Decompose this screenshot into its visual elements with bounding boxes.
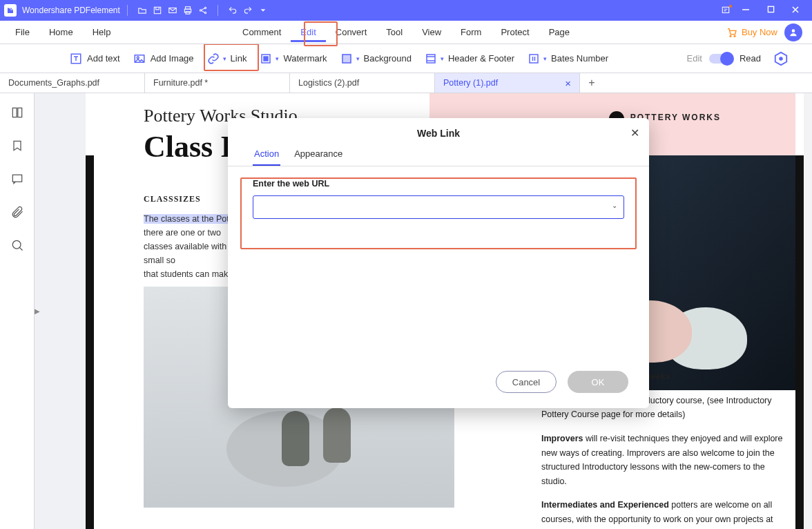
tool-add-image[interactable]: Add Image bbox=[133, 52, 194, 66]
buy-now-label: Buy Now bbox=[742, 27, 777, 37]
buy-now-link[interactable]: Buy Now bbox=[726, 27, 777, 38]
titlebar: Wondershare PDFelement bbox=[0, 0, 812, 21]
url-field-label: Enter the web URL bbox=[253, 179, 624, 189]
dialog-tab-action[interactable]: Action bbox=[253, 144, 280, 166]
toggle-switch[interactable] bbox=[709, 54, 733, 64]
link-icon bbox=[206, 52, 220, 66]
app-logo bbox=[4, 4, 17, 17]
search-icon[interactable] bbox=[10, 238, 24, 255]
tool-watermark[interactable]: ▾ Watermark bbox=[259, 52, 327, 66]
background-icon bbox=[340, 52, 354, 66]
watermark-icon bbox=[259, 52, 273, 66]
dialog-tab-appearance[interactable]: Appearance bbox=[293, 144, 344, 166]
svg-point-29 bbox=[12, 240, 21, 249]
save-icon[interactable] bbox=[150, 6, 165, 15]
svg-rect-27 bbox=[17, 108, 21, 117]
tool-background[interactable]: ▾ Background bbox=[340, 52, 412, 66]
menu-comment[interactable]: Comment bbox=[233, 23, 291, 41]
open-folder-icon[interactable] bbox=[135, 6, 150, 15]
mode-edit-label: Edit bbox=[687, 53, 702, 64]
svg-point-6 bbox=[204, 7, 206, 8]
new-tab-button[interactable]: + bbox=[580, 73, 603, 93]
bookmark-icon[interactable] bbox=[10, 139, 24, 155]
quick-tools-dropdown-icon[interactable] bbox=[255, 6, 271, 15]
svg-rect-20 bbox=[427, 55, 435, 63]
menu-edit[interactable]: Edit bbox=[291, 23, 325, 42]
svg-rect-17 bbox=[264, 57, 268, 61]
undo-icon[interactable] bbox=[225, 6, 240, 15]
share-icon[interactable] bbox=[195, 6, 211, 15]
svg-rect-8 bbox=[722, 7, 728, 12]
dialog-layer: Web Link ✕ Action Appearance Enter the w… bbox=[35, 93, 812, 529]
chevron-down-icon[interactable]: ▾ bbox=[356, 55, 360, 62]
maximize-button[interactable] bbox=[758, 6, 783, 15]
menu-home[interactable]: Home bbox=[39, 23, 83, 41]
svg-rect-19 bbox=[342, 55, 351, 63]
mail-icon[interactable] bbox=[165, 6, 180, 15]
dialog-close-icon[interactable]: ✕ bbox=[630, 126, 639, 140]
document-tabs: Documents_Graphs.pdf Furniture.pdf * Log… bbox=[0, 73, 812, 93]
svg-rect-23 bbox=[530, 55, 538, 63]
svg-point-10 bbox=[730, 35, 731, 37]
menu-convert[interactable]: Convert bbox=[326, 23, 377, 41]
edit-read-toggle[interactable]: Edit Read bbox=[687, 53, 761, 64]
text-icon bbox=[69, 52, 83, 66]
svg-point-5 bbox=[200, 10, 201, 11]
chevron-down-icon[interactable]: ▾ bbox=[441, 55, 444, 62]
svg-point-25 bbox=[779, 57, 783, 61]
redo-icon[interactable] bbox=[240, 6, 255, 15]
attachment-icon[interactable] bbox=[10, 205, 24, 222]
doc-tab[interactable]: Documents_Graphs.pdf bbox=[0, 73, 145, 93]
document-canvas[interactable]: ▶ ◀ POTTERY WORKS Pottery Works Studio C… bbox=[35, 93, 812, 529]
svg-rect-9 bbox=[768, 6, 773, 12]
svg-rect-28 bbox=[12, 175, 21, 182]
chevron-down-icon[interactable]: ▾ bbox=[543, 55, 547, 62]
bates-icon bbox=[527, 52, 541, 66]
tool-add-text[interactable]: Add text bbox=[69, 52, 120, 66]
mode-read-label: Read bbox=[740, 53, 761, 64]
svg-point-11 bbox=[734, 35, 735, 37]
menu-file[interactable]: File bbox=[6, 23, 39, 41]
svg-point-15 bbox=[137, 57, 139, 59]
menubar: File Home Help Comment Edit Convert Tool… bbox=[0, 21, 812, 44]
doc-tab[interactable]: Furniture.pdf * bbox=[145, 73, 290, 93]
menu-protect[interactable]: Protect bbox=[491, 23, 539, 41]
tool-link[interactable]: ▾ Link bbox=[206, 52, 247, 66]
form-mode-icon[interactable] bbox=[773, 51, 789, 66]
thumbnails-icon[interactable] bbox=[10, 106, 24, 122]
dialog-title: Web Link bbox=[228, 118, 649, 144]
doc-tab-active[interactable]: Pottery (1).pdf × bbox=[435, 73, 580, 93]
chevron-down-icon[interactable]: ▾ bbox=[276, 55, 279, 62]
menu-help[interactable]: Help bbox=[83, 23, 121, 41]
minimize-button[interactable] bbox=[733, 6, 758, 16]
web-link-dialog: Web Link ✕ Action Appearance Enter the w… bbox=[228, 118, 649, 408]
url-dropdown-icon[interactable]: ⌄ bbox=[612, 202, 617, 209]
header-footer-icon bbox=[424, 52, 438, 66]
close-tab-icon[interactable]: × bbox=[565, 77, 571, 89]
print-icon[interactable] bbox=[180, 6, 195, 15]
work-area: ▶ ◀ POTTERY WORKS Pottery Works Studio C… bbox=[0, 93, 812, 529]
ok-button[interactable]: OK bbox=[568, 371, 628, 393]
svg-point-12 bbox=[792, 29, 795, 32]
edit-toolbar: Add text Add Image ▾ Link ▾ Watermark ▾ … bbox=[0, 44, 812, 73]
menu-tool[interactable]: Tool bbox=[376, 23, 412, 41]
image-icon bbox=[133, 52, 146, 66]
app-title: Wondershare PDFelement bbox=[22, 6, 120, 15]
doc-tab[interactable]: Logistics (2).pdf bbox=[290, 73, 435, 93]
tool-bates-number[interactable]: ▾ Bates Number bbox=[527, 52, 608, 66]
menu-form[interactable]: Form bbox=[451, 23, 491, 41]
chevron-down-icon[interactable]: ▾ bbox=[223, 55, 226, 62]
dialog-tabs: Action Appearance bbox=[228, 144, 649, 166]
cancel-button[interactable]: Cancel bbox=[496, 371, 557, 393]
tool-header-footer[interactable]: ▾ Header & Footer bbox=[424, 52, 514, 66]
svg-rect-26 bbox=[12, 108, 17, 117]
side-panel bbox=[0, 93, 35, 529]
menu-page[interactable]: Page bbox=[539, 23, 579, 41]
svg-point-7 bbox=[204, 12, 206, 13]
message-center-icon[interactable] bbox=[718, 6, 733, 15]
close-window-button[interactable] bbox=[783, 6, 808, 16]
menu-view[interactable]: View bbox=[412, 23, 451, 41]
url-input[interactable] bbox=[253, 195, 624, 219]
comments-icon[interactable] bbox=[10, 172, 24, 189]
account-button[interactable] bbox=[784, 23, 802, 41]
